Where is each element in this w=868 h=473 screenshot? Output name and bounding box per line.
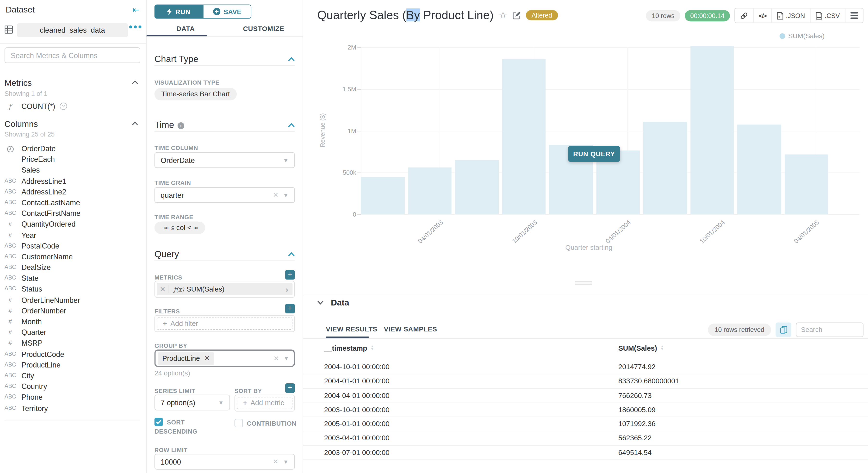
column-list-item[interactable]: #Year <box>0 230 146 241</box>
table-row[interactable]: 2004-10-01 00:00:002014774.92 <box>303 360 868 375</box>
chart-type-collapse-icon[interactable] <box>288 57 295 62</box>
column-header-timestamp[interactable]: __timestamp▲▼ <box>324 344 374 352</box>
metric-chip[interactable]: ✕ ƒ(x)SUM(Sales) › <box>157 283 292 295</box>
copy-data-button[interactable] <box>775 322 791 337</box>
column-list-item[interactable]: ABCPostalCode <box>0 241 146 252</box>
export-json-button[interactable]: ‹› .JSON <box>772 8 811 23</box>
remove-metric-icon[interactable]: ✕ <box>157 285 169 293</box>
copy-link-button[interactable] <box>735 8 754 23</box>
group-by-select[interactable]: ProductLine✕ ✕ ▼ <box>155 349 295 367</box>
row-limit-select[interactable]: 10000 ✕ ▼ <box>155 454 295 470</box>
group-by-chip[interactable]: ProductLine✕ <box>158 352 214 365</box>
export-csv-button[interactable]: .CSV <box>811 8 845 23</box>
tab-data[interactable]: DATA <box>147 23 225 36</box>
contribution-checkbox[interactable] <box>235 419 243 427</box>
tab-customize[interactable]: CUSTOMIZE <box>225 23 303 36</box>
save-button[interactable]: SAVE <box>203 5 251 19</box>
run-query-overlay-button[interactable]: RUN QUERY <box>568 146 620 162</box>
clear-icon[interactable]: ✕ <box>273 458 279 466</box>
column-list-item[interactable]: #OrderNumber <box>0 306 146 317</box>
chart-legend[interactable]: SUM(Sales) <box>780 32 825 40</box>
chart-type-header: Chart Type <box>155 54 198 64</box>
series-limit-select[interactable]: 7 option(s) ▼ <box>155 395 230 411</box>
columns-collapse-icon[interactable] <box>132 121 138 126</box>
table-row[interactable]: 2003-04-01 00:00:00562365.22 <box>303 432 868 446</box>
add-filter-plus-button[interactable]: + <box>285 304 295 313</box>
dataset-panel: Dataset ⇤ cleaned_sales_data ●●● Metrics… <box>0 0 147 473</box>
column-list-item[interactable]: #OrderLineNumber <box>0 295 146 306</box>
bar[interactable] <box>361 177 404 214</box>
column-list-item[interactable]: #MSRP <box>0 338 146 349</box>
favorite-star-icon[interactable]: ☆ <box>499 9 507 21</box>
tab-view-samples[interactable]: VIEW SAMPLES <box>384 325 437 333</box>
time-range-value[interactable]: -∞ ≤ col < ∞ <box>155 222 205 234</box>
bar[interactable] <box>690 46 734 214</box>
column-list-item[interactable]: ABCAddressLine2 <box>0 187 146 198</box>
chart-title[interactable]: Quarterly Sales (By Product Line) <box>317 8 494 22</box>
column-list-item[interactable]: ABCTerritory <box>0 403 146 414</box>
column-list-item[interactable]: PriceEach <box>0 155 146 165</box>
column-list-item[interactable]: ABCProductCode <box>0 349 146 360</box>
metrics-collapse-icon[interactable] <box>132 80 138 85</box>
add-filter-button[interactable]: + Add filter <box>157 317 292 330</box>
add-sort-metric-button[interactable]: + Add metric <box>237 397 292 409</box>
sort-by-plus-button[interactable]: + <box>285 383 295 393</box>
table-row[interactable]: 2003-07-01 00:00:00649514.54 <box>303 446 868 460</box>
time-column-select[interactable]: OrderDate ▼ <box>155 152 295 168</box>
bar[interactable] <box>784 154 828 214</box>
data-search-input[interactable] <box>796 322 863 337</box>
column-list-item[interactable]: #QuantityOrdered <box>0 219 146 230</box>
data-panel-chevron-icon[interactable] <box>317 300 324 305</box>
altered-badge[interactable]: Altered <box>526 10 558 20</box>
bar[interactable] <box>502 59 546 214</box>
column-list-item[interactable]: #Month <box>0 317 146 327</box>
column-list-item[interactable]: ABCState <box>0 274 146 284</box>
dataset-options-icon[interactable]: ●●● <box>129 23 143 31</box>
column-list-item[interactable]: ABCCountry <box>0 382 146 392</box>
bar[interactable] <box>643 122 687 214</box>
time-collapse-icon[interactable] <box>288 123 295 127</box>
table-row[interactable]: 2004-04-01 00:00:00766260.73 <box>303 389 868 403</box>
column-list-item[interactable]: ABCAddressLine1 <box>0 176 146 187</box>
search-metrics-columns-input[interactable] <box>5 48 140 63</box>
column-list-item[interactable]: ABCProductLine <box>0 360 146 371</box>
column-list-item[interactable]: ABCCustomerName <box>0 252 146 263</box>
bar[interactable] <box>737 125 781 214</box>
column-list-item[interactable]: ABCContactLastName <box>0 198 146 209</box>
sort-icon[interactable]: ▲▼ <box>371 345 374 350</box>
column-list-item[interactable]: ABCStatus <box>0 284 146 295</box>
column-list-item[interactable]: ABCDealSize <box>0 263 146 274</box>
column-header-metric[interactable]: SUM(Sales)▲▼ <box>618 344 664 352</box>
column-list-item[interactable]: OrderDate <box>0 144 146 155</box>
edit-title-icon[interactable] <box>512 11 521 20</box>
collapse-panel-icon[interactable]: ⇤ <box>133 5 140 14</box>
add-metric-plus-button[interactable]: + <box>285 270 295 280</box>
column-list-item[interactable]: ABCContactFirstName <box>0 209 146 219</box>
bar[interactable] <box>455 160 499 214</box>
bar[interactable] <box>408 167 452 214</box>
chart-menu-button[interactable] <box>845 8 863 23</box>
table-row[interactable]: 2004-01-01 00:00:00833730.680000001 <box>303 375 868 389</box>
metric-list-item[interactable]: ƒ COUNT(*) ? <box>0 102 146 113</box>
table-row[interactable]: 2005-01-01 00:00:001071992.36 <box>303 417 868 432</box>
column-list-item[interactable]: ABCPhone <box>0 392 146 403</box>
viz-type-value[interactable]: Time-series Bar Chart <box>155 88 237 100</box>
column-list-item[interactable]: Sales <box>0 165 146 176</box>
expand-metric-icon[interactable]: › <box>281 285 292 293</box>
tab-view-results[interactable]: VIEW RESULTS <box>326 325 377 333</box>
run-button[interactable]: RUN <box>155 5 203 19</box>
query-collapse-icon[interactable] <box>288 252 295 256</box>
dataset-name[interactable]: cleaned_sales_data <box>17 23 128 37</box>
remove-chip-icon[interactable]: ✕ <box>205 354 210 362</box>
panel-resize-handle[interactable] <box>575 281 592 286</box>
sort-descending-checkbox[interactable] <box>155 418 163 426</box>
sort-icon[interactable]: ▲▼ <box>660 345 664 350</box>
time-grain-select[interactable]: quarter ✕ ▼ <box>155 187 295 203</box>
embed-code-button[interactable]: </> <box>754 8 772 23</box>
column-list-item[interactable]: #Quarter <box>0 327 146 338</box>
clear-icon[interactable]: ✕ <box>273 191 279 199</box>
column-name: QuantityOrdered <box>21 220 75 228</box>
column-list-item[interactable]: ABCCity <box>0 371 146 382</box>
clear-icon[interactable]: ✕ <box>274 354 279 362</box>
table-row[interactable]: 2003-10-01 00:00:001860005.09 <box>303 403 868 417</box>
